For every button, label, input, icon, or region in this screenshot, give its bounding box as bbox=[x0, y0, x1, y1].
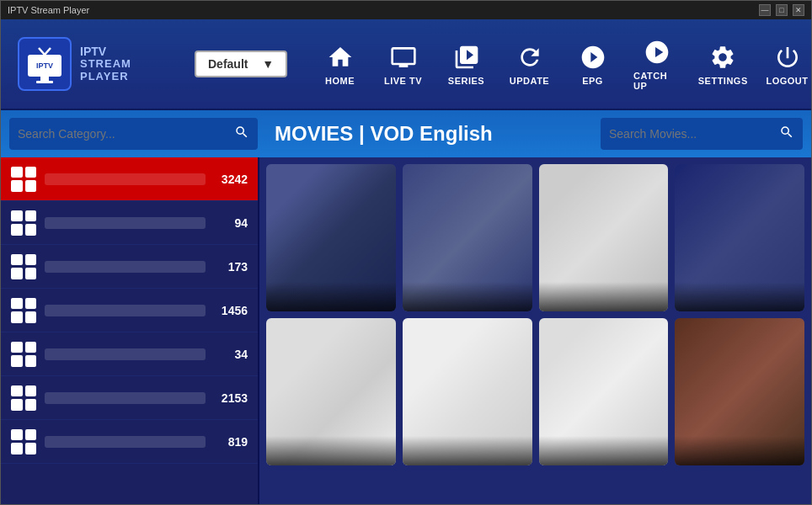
category-label-4 bbox=[45, 348, 206, 360]
movie-card-7[interactable] bbox=[675, 318, 804, 465]
search-bar-area: MOVIES | VOD English bbox=[1, 110, 811, 157]
nav-catchup[interactable]: CATCH UP bbox=[628, 34, 686, 94]
category-count-0: 3242 bbox=[214, 173, 248, 186]
svg-line-4 bbox=[45, 48, 51, 55]
category-count-3: 1456 bbox=[214, 304, 248, 317]
svg-rect-1 bbox=[40, 77, 49, 81]
category-search-icon bbox=[234, 125, 249, 144]
series-icon bbox=[451, 42, 482, 72]
maximize-button[interactable]: □ bbox=[776, 4, 788, 16]
category-item-6[interactable]: 819 bbox=[1, 420, 258, 464]
movies-search-input[interactable] bbox=[609, 127, 772, 141]
category-grid-icon-6 bbox=[11, 429, 36, 454]
main-content: 3242 94 173 1456 bbox=[1, 157, 811, 505]
category-label-3 bbox=[45, 305, 206, 316]
category-label-6 bbox=[45, 436, 206, 448]
movie-card-4[interactable] bbox=[266, 318, 396, 465]
category-item-4[interactable]: 34 bbox=[1, 332, 258, 376]
movies-grid-area bbox=[258, 157, 811, 505]
logo-area: IPTV IPTV STREAMPLAYER bbox=[18, 37, 169, 91]
category-label-2 bbox=[45, 261, 206, 273]
nav-logout[interactable]: LOGOUT bbox=[760, 39, 812, 89]
category-count-6: 819 bbox=[214, 435, 248, 449]
movies-grid bbox=[266, 164, 804, 465]
movie-card-6[interactable] bbox=[539, 318, 669, 465]
title-bar: IPTV Stream Player — □ ✕ bbox=[1, 1, 811, 19]
category-sidebar: 3242 94 173 1456 bbox=[1, 157, 258, 505]
logo-text: IPTV STREAMPLAYER bbox=[80, 45, 131, 82]
category-item-5[interactable]: 2153 bbox=[1, 376, 258, 420]
logo-subtext: STREAMPLAYER bbox=[80, 58, 131, 82]
category-grid-icon-5 bbox=[11, 385, 36, 411]
catchup-icon bbox=[642, 37, 672, 67]
window-controls: — □ ✕ bbox=[759, 4, 804, 16]
category-label-5 bbox=[45, 392, 206, 404]
category-item-1[interactable]: 94 bbox=[1, 201, 258, 245]
movie-card-2[interactable] bbox=[539, 164, 669, 311]
category-grid-icon-2 bbox=[11, 254, 36, 279]
movies-search-icon bbox=[779, 125, 794, 143]
nav-epg[interactable]: EPG bbox=[565, 39, 620, 89]
category-grid-icon-3 bbox=[11, 298, 36, 323]
svg-rect-2 bbox=[36, 81, 53, 83]
profile-dropdown[interactable]: Default ▼ bbox=[195, 50, 287, 77]
category-item-2[interactable]: 173 bbox=[1, 245, 258, 289]
nav-update[interactable]: UPDATE bbox=[502, 39, 557, 89]
category-grid-icon-1 bbox=[11, 210, 36, 236]
nav-settings[interactable]: SETTINGS bbox=[694, 39, 751, 89]
category-count-4: 34 bbox=[214, 348, 248, 361]
page-title: MOVIES | VOD English bbox=[266, 122, 592, 146]
nav-bar: HOME LIVE TV SERIES UPDATE EPG bbox=[313, 34, 812, 94]
category-grid-icon-4 bbox=[11, 342, 36, 367]
movie-card-3[interactable] bbox=[675, 164, 804, 311]
category-item-3[interactable]: 1456 bbox=[1, 289, 258, 332]
category-label-0 bbox=[45, 173, 206, 185]
category-grid-icon-0 bbox=[11, 167, 36, 192]
settings-icon bbox=[708, 42, 738, 72]
nav-home[interactable]: HOME bbox=[313, 39, 367, 89]
nav-livetv[interactable]: LIVE TV bbox=[376, 39, 430, 89]
update-icon bbox=[515, 42, 545, 72]
category-label-1 bbox=[45, 217, 206, 229]
epg-icon bbox=[578, 42, 608, 72]
category-item-0[interactable]: 3242 bbox=[1, 157, 258, 201]
movies-search-box[interactable] bbox=[601, 118, 803, 150]
tv-icon bbox=[388, 42, 419, 72]
home-icon bbox=[325, 42, 355, 72]
movie-card-5[interactable] bbox=[403, 318, 532, 465]
nav-series[interactable]: SERIES bbox=[439, 39, 494, 89]
header: IPTV IPTV STREAMPLAYER Default ▼ HOME LI… bbox=[1, 19, 811, 110]
category-count-2: 173 bbox=[214, 260, 248, 274]
logo-svg: IPTV bbox=[24, 43, 66, 85]
category-search-input[interactable] bbox=[18, 127, 227, 141]
power-icon bbox=[772, 42, 803, 72]
movie-card-1[interactable] bbox=[403, 164, 532, 311]
category-count-1: 94 bbox=[214, 216, 248, 230]
svg-line-3 bbox=[39, 48, 45, 55]
svg-text:IPTV: IPTV bbox=[36, 61, 53, 70]
movie-card-0[interactable] bbox=[266, 164, 396, 311]
close-button[interactable]: ✕ bbox=[793, 4, 804, 16]
minimize-button[interactable]: — bbox=[759, 4, 771, 16]
category-count-5: 2153 bbox=[214, 391, 248, 405]
category-search-box[interactable] bbox=[9, 118, 258, 150]
window-title: IPTV Stream Player bbox=[8, 5, 89, 15]
logo-icon: IPTV bbox=[18, 37, 72, 91]
